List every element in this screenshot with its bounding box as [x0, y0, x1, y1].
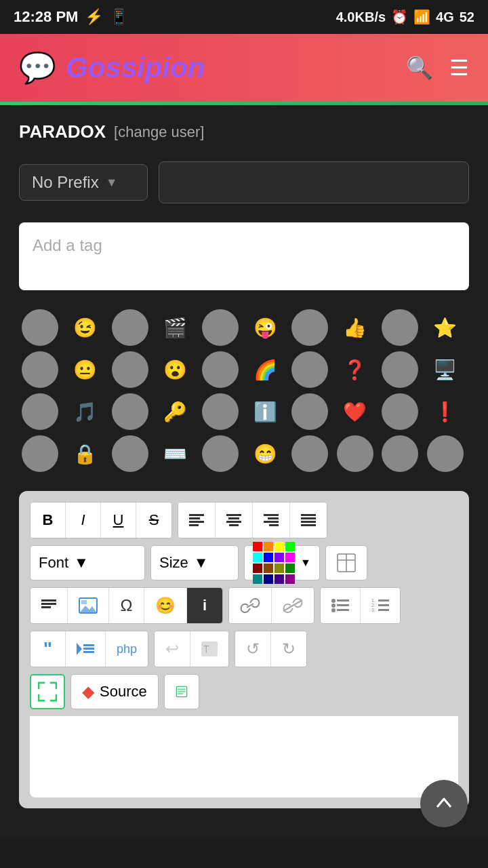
- page-break-button[interactable]: [164, 674, 199, 709]
- rotate-cw-button[interactable]: ↻: [271, 631, 306, 667]
- emoji-cell[interactable]: [112, 351, 148, 388]
- emoji-cell[interactable]: 🔒: [66, 435, 103, 472]
- indent-button[interactable]: [66, 631, 106, 667]
- image-insert-button[interactable]: [68, 588, 109, 623]
- expand-button[interactable]: [30, 674, 65, 709]
- paragraph-button[interactable]: [30, 588, 68, 623]
- emoji-cell[interactable]: [382, 351, 418, 388]
- user-row: PARADOX [change user]: [19, 121, 469, 142]
- source-diamond-icon: ◆: [82, 682, 94, 701]
- emoji-cell[interactable]: [382, 309, 418, 346]
- color-grid: [253, 542, 295, 584]
- align-justify-button[interactable]: [290, 502, 327, 538]
- emoji-cell[interactable]: [112, 435, 148, 472]
- omega-button[interactable]: Ω: [109, 588, 144, 623]
- color-swatch: [253, 542, 262, 551]
- svg-text:1.: 1.: [371, 598, 375, 603]
- svg-point-29: [331, 604, 336, 608]
- link-insert-button[interactable]: [229, 588, 272, 623]
- table-insert-button[interactable]: [325, 545, 367, 580]
- text-format-button[interactable]: T: [190, 631, 228, 667]
- emoji-cell[interactable]: ⌨️: [157, 435, 193, 472]
- rotate-ccw-button[interactable]: ↺: [235, 631, 271, 667]
- emoji-cell[interactable]: [337, 435, 373, 472]
- color-picker-button[interactable]: ▼: [244, 545, 320, 580]
- search-icon[interactable]: 🔍: [406, 55, 433, 81]
- emoji-cell[interactable]: 🌈: [247, 351, 283, 388]
- emoji-cell[interactable]: [382, 435, 418, 472]
- emoji-cell[interactable]: [382, 393, 418, 430]
- align-center-button[interactable]: [216, 502, 253, 538]
- emoji-cell[interactable]: [22, 393, 58, 430]
- emoji-cell[interactable]: 😁: [247, 435, 283, 472]
- menu-icon[interactable]: ☰: [449, 55, 469, 81]
- emoji-cell[interactable]: 😉: [66, 309, 103, 346]
- alarm-icon: ⏰: [391, 9, 408, 25]
- emoji-cell[interactable]: [202, 393, 239, 430]
- svg-rect-12: [301, 514, 316, 516]
- emoji-cell[interactable]: [291, 309, 328, 346]
- source-button[interactable]: ◆ Source: [70, 674, 159, 709]
- emoji-cell[interactable]: [202, 309, 239, 346]
- code-button[interactable]: php: [106, 631, 148, 667]
- emoji-cell[interactable]: [291, 393, 328, 430]
- emoji-button[interactable]: 😊: [144, 588, 187, 623]
- underline-button[interactable]: U: [101, 502, 136, 538]
- emoji-cell[interactable]: 😜: [247, 309, 283, 346]
- emoji-cell[interactable]: [291, 435, 328, 472]
- emoji-cell[interactable]: ℹ️: [247, 393, 283, 430]
- emoji-cell[interactable]: 🔑: [157, 393, 193, 430]
- strikethrough-button[interactable]: S: [136, 502, 171, 538]
- align-right-button[interactable]: [253, 502, 290, 538]
- text-format-group: B I U S: [30, 502, 172, 538]
- editor-text-area[interactable]: [30, 716, 458, 797]
- prefix-dropdown[interactable]: No Prefix ▼: [19, 164, 148, 201]
- color-swatch: [274, 542, 284, 551]
- svg-rect-32: [337, 609, 349, 611]
- svg-rect-8: [264, 514, 279, 516]
- number-list-button[interactable]: 1.2.3.: [361, 588, 400, 623]
- scroll-to-top-button[interactable]: [420, 780, 468, 827]
- svg-rect-1: [189, 517, 200, 519]
- emoji-cell[interactable]: [22, 351, 58, 388]
- emoji-cell[interactable]: [112, 309, 148, 346]
- bullet-list-button[interactable]: [321, 588, 361, 623]
- emoji-cell[interactable]: ❓: [337, 351, 373, 388]
- list-group: 1.2.3.: [320, 587, 401, 624]
- header-actions: 🔍 ☰: [406, 55, 469, 81]
- font-dropdown[interactable]: Font ▼: [30, 545, 145, 580]
- prefix-text-input[interactable]: [159, 161, 469, 203]
- emoji-cell[interactable]: ❗: [427, 393, 464, 430]
- color-swatch: [285, 553, 295, 562]
- size-dropdown[interactable]: Size ▼: [150, 545, 239, 580]
- change-user-link[interactable]: [change user]: [114, 123, 204, 141]
- link-remove-button[interactable]: [272, 588, 314, 623]
- emoji-cell[interactable]: 😐: [66, 351, 103, 388]
- emoji-cell[interactable]: 🎬: [157, 309, 193, 346]
- emoji-cell[interactable]: [22, 309, 58, 346]
- emoji-cell[interactable]: [291, 351, 328, 388]
- emoji-cell[interactable]: ⭐: [427, 309, 464, 346]
- emoji-cell[interactable]: [22, 435, 58, 472]
- emoji-cell[interactable]: [427, 435, 464, 472]
- emoji-cell[interactable]: 😮: [157, 351, 193, 388]
- italic-button[interactable]: I: [66, 502, 101, 538]
- emoji-cell[interactable]: 👍: [337, 309, 373, 346]
- emoji-cell[interactable]: [202, 351, 239, 388]
- quote-button[interactable]: ": [30, 631, 66, 667]
- emoji-cell[interactable]: [112, 393, 148, 430]
- quote-group: " php: [30, 631, 148, 667]
- bold-button[interactable]: B: [30, 502, 66, 538]
- emoji-cell[interactable]: ❤️: [337, 393, 373, 430]
- svg-rect-42: [83, 651, 94, 653]
- undo-button[interactable]: ↩: [155, 631, 190, 667]
- emoji-cell[interactable]: 🖥️: [427, 351, 464, 388]
- info-button[interactable]: i: [187, 588, 222, 623]
- align-left-button[interactable]: [178, 502, 216, 538]
- emoji-cell[interactable]: 🎵: [66, 393, 103, 430]
- tag-input-area[interactable]: Add a tag: [19, 222, 469, 290]
- toolbar-row-2: Font ▼ Size ▼ ▼: [30, 545, 458, 580]
- emoji-cell[interactable]: [202, 435, 239, 472]
- svg-rect-2: [189, 521, 204, 523]
- color-swatch: [274, 564, 284, 573]
